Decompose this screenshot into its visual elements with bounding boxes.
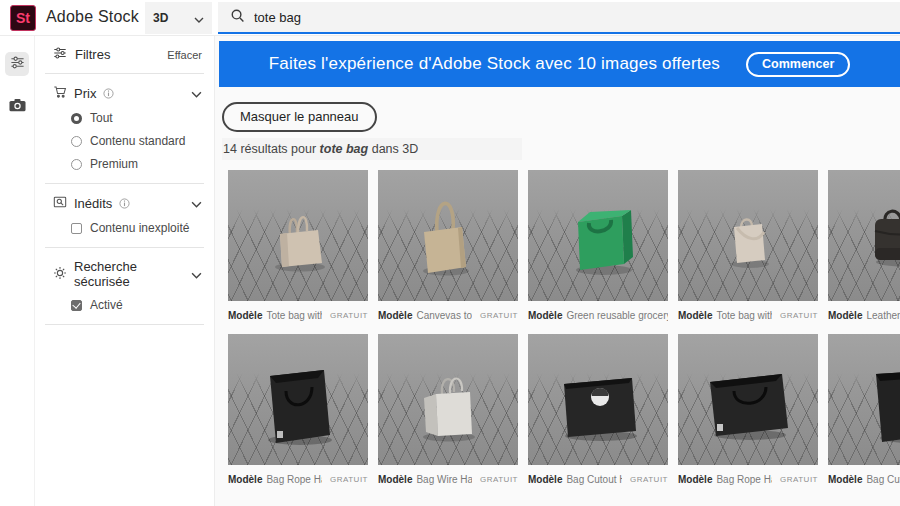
filters-rail-button[interactable] xyxy=(5,52,29,76)
section-label-recherche: Recherche sécurisée xyxy=(74,259,184,289)
satchel-dark-3d-render xyxy=(828,170,900,301)
model-thumbnail[interactable] xyxy=(678,334,818,465)
model-type-label: Modèle xyxy=(228,310,262,321)
option-label: Activé xyxy=(90,298,123,312)
category-dropdown[interactable]: 3D xyxy=(145,2,212,34)
option-label: Tout xyxy=(90,111,113,125)
search-input[interactable] xyxy=(254,10,654,25)
option-label: Premium xyxy=(90,157,138,171)
model-title: Tote bag with ha… xyxy=(716,310,772,321)
radio-option-premium[interactable]: Premium xyxy=(71,157,202,171)
model-title: Leather satch… xyxy=(866,310,900,321)
model-title: Bag Cutout h… xyxy=(866,474,900,485)
results-count-prefix: 14 résultats pour xyxy=(223,142,320,156)
card-caption: Modèle Tote bag with ha… GRATUIT xyxy=(678,310,818,321)
model-thumbnail[interactable] xyxy=(828,170,900,301)
model-thumbnail[interactable] xyxy=(528,170,668,301)
chevron-down-icon[interactable] xyxy=(191,86,202,101)
model-thumbnail[interactable] xyxy=(228,334,368,465)
tote-canvas-tall-3d-render xyxy=(378,170,518,301)
radio-icon[interactable] xyxy=(71,159,82,170)
model-type-label: Modèle xyxy=(678,474,712,485)
result-card[interactable]: Modèle Tote bag with ha… GRATUIT xyxy=(678,170,818,321)
radio-option-contenu-standard[interactable]: Contenu standard xyxy=(71,134,202,148)
checkbox-option-active[interactable]: Activé xyxy=(71,298,202,312)
model-type-label: Modèle xyxy=(528,310,562,321)
card-caption: Modèle Green reusable grocery… xyxy=(528,310,668,321)
promo-banner: Faites l'expérience d'Adobe Stock avec 1… xyxy=(219,41,900,87)
free-badge: GRATUIT xyxy=(472,311,518,320)
model-thumbnail[interactable] xyxy=(228,170,368,301)
results-grid: Modèle Tote bag with ha… GRATUIT Modèle … xyxy=(228,170,900,485)
filters-title: Filtres xyxy=(75,47,110,62)
result-card[interactable]: Modèle Tote bag with ha… GRATUIT xyxy=(228,170,368,321)
model-thumbnail[interactable] xyxy=(378,170,518,301)
category-dropdown-value: 3D xyxy=(153,11,168,25)
bag-white-wire-3d-render xyxy=(378,334,518,465)
model-type-label: Modèle xyxy=(828,474,862,485)
radio-icon[interactable] xyxy=(71,136,82,147)
card-caption: Modèle Bag Rope Handle… GRATUIT xyxy=(228,474,368,485)
result-card[interactable]: Modèle Canvevas tote bag GRATUIT xyxy=(378,170,518,321)
free-badge: GRATUIT xyxy=(772,311,818,320)
results-count: 14 résultats pour tote bag dans 3D xyxy=(222,138,522,160)
model-type-label: Modèle xyxy=(678,310,712,321)
model-thumbnail[interactable] xyxy=(528,334,668,465)
left-icon-rail xyxy=(0,36,35,506)
chevron-down-icon[interactable] xyxy=(191,196,202,211)
model-thumbnail[interactable] xyxy=(828,334,900,465)
card-caption: Modèle Bag Wire Handle… GRATUIT xyxy=(378,474,518,485)
result-card[interactable]: Modèle Bag Wire Handle… GRATUIT xyxy=(378,334,518,485)
result-card[interactable]: Modèle Bag Rope Handle… GRATUIT xyxy=(228,334,368,485)
result-card[interactable]: Modèle Green reusable grocery… xyxy=(528,170,668,321)
model-thumbnail[interactable] xyxy=(678,170,818,301)
free-badge: GRATUIT xyxy=(772,475,818,484)
filter-section-inedits: Inédits Contenu inexploité xyxy=(35,184,214,247)
card-caption: Modèle Bag Rope Handle… GRATUIT xyxy=(678,474,818,485)
card-caption: Modèle Tote bag with ha… GRATUIT xyxy=(228,310,368,321)
checkbox-icon[interactable] xyxy=(71,223,82,234)
model-type-label: Modèle xyxy=(828,310,862,321)
checkbox-icon[interactable] xyxy=(71,300,82,311)
result-card[interactable]: Modèle Bag Cutout h… xyxy=(828,334,900,485)
result-card[interactable]: Modèle Bag Cutout Handl… GRATUIT xyxy=(528,334,668,485)
card-caption: Modèle Bag Cutout Handl… GRATUIT xyxy=(528,474,668,485)
clear-filters-link[interactable]: Effacer xyxy=(167,49,202,61)
model-title: Tote bag with ha… xyxy=(266,310,322,321)
info-icon[interactable] xyxy=(119,198,130,209)
radio-icon[interactable] xyxy=(71,113,82,124)
commencer-button[interactable]: Commencer xyxy=(746,52,850,77)
filter-section-prix: Prix Tout Contenu standard Premium xyxy=(35,74,214,183)
divider xyxy=(45,324,204,325)
bag-black-rope-3d-render xyxy=(228,334,368,465)
result-card[interactable]: Modèle Bag Rope Handle… GRATUIT xyxy=(678,334,818,485)
hide-panel-button[interactable]: Masquer le panneau xyxy=(222,102,377,132)
info-icon[interactable] xyxy=(103,88,114,99)
model-type-label: Modèle xyxy=(378,474,412,485)
free-badge: GRATUIT xyxy=(322,311,368,320)
sliders-icon xyxy=(53,46,67,63)
checkbox-option-contenu-inexploite[interactable]: Contenu inexploité xyxy=(71,221,202,235)
document-search-icon xyxy=(53,195,67,212)
model-thumbnail[interactable] xyxy=(378,334,518,465)
free-badge: GRATUIT xyxy=(622,475,668,484)
result-card[interactable]: Modèle Leather satch… xyxy=(828,170,900,321)
grocery-green-cube-3d-render xyxy=(528,170,668,301)
model-title: Canvevas tote bag xyxy=(416,310,472,321)
model-title: Green reusable grocery… xyxy=(566,310,668,321)
camera-search-button[interactable] xyxy=(9,98,26,116)
chevron-down-icon[interactable] xyxy=(191,267,202,282)
card-caption: Modèle Canvevas tote bag GRATUIT xyxy=(378,310,518,321)
search-icon xyxy=(230,8,245,27)
bag-black-cutout-partial-3d-render xyxy=(828,334,900,465)
camera-icon xyxy=(9,98,26,115)
model-title: Bag Rope Handle… xyxy=(716,474,772,485)
filters-panel: Filtres Effacer Prix xyxy=(35,36,215,506)
filter-section-recherche-securisee: Recherche sécurisée Activé xyxy=(35,248,214,324)
radio-option-tout[interactable]: Tout xyxy=(71,111,202,125)
model-type-label: Modèle xyxy=(228,474,262,485)
free-badge: GRATUIT xyxy=(322,475,368,484)
adobe-stock-logo[interactable]: St xyxy=(10,5,36,31)
search-bar[interactable] xyxy=(218,2,900,34)
option-label: Contenu standard xyxy=(90,134,185,148)
